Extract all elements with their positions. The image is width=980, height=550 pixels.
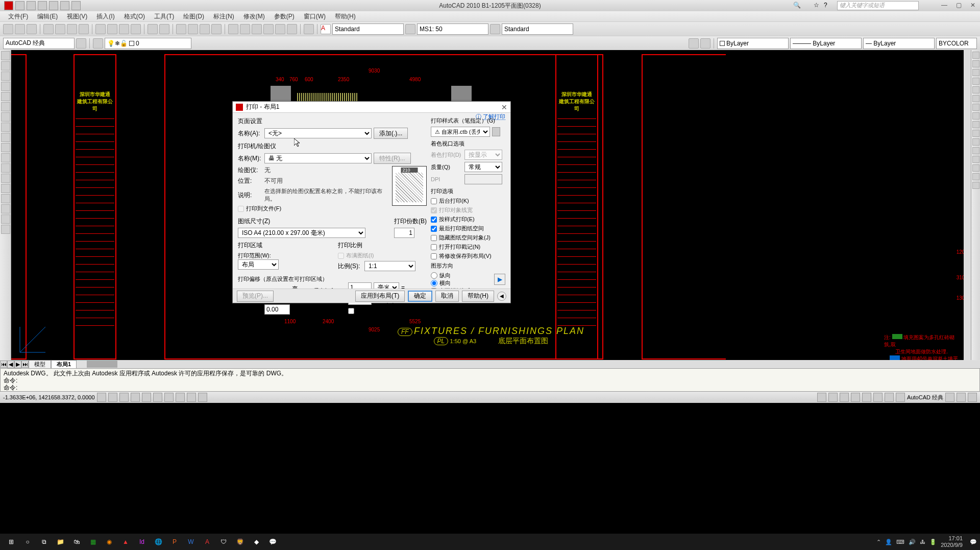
toolpalette-icon[interactable] <box>252 24 262 34</box>
designcenter-icon[interactable] <box>240 24 250 34</box>
menu-format[interactable]: 格式(O) <box>120 11 149 22</box>
tab-last-icon[interactable]: ⏭ <box>21 361 29 368</box>
extend-icon[interactable] <box>972 138 979 146</box>
tab-layout1[interactable]: 布局1 <box>51 360 77 369</box>
menu-view[interactable]: 视图(V) <box>63 11 91 22</box>
qp-icon[interactable] <box>198 393 207 402</box>
tab-next-icon[interactable]: ▶ <box>14 361 21 368</box>
tablestyle-icon[interactable] <box>490 24 500 34</box>
expand-button[interactable]: ◀ <box>497 292 506 301</box>
mtext-icon[interactable] <box>1 225 10 234</box>
plotstyle-combo[interactable]: BYCOLOR <box>936 38 977 49</box>
help-button[interactable]: 帮助(H) <box>462 291 494 302</box>
app1-icon[interactable]: ◆ <box>248 535 264 549</box>
portrait-radio[interactable] <box>431 272 437 279</box>
cut-icon[interactable] <box>95 24 106 34</box>
potplayer-icon[interactable]: ◉ <box>101 535 117 549</box>
close-button[interactable]: ✕ <box>966 1 980 11</box>
menu-file[interactable]: 文件(F) <box>4 11 32 22</box>
cortana-icon[interactable]: ○ <box>19 535 36 549</box>
start-icon[interactable]: ⊞ <box>3 535 19 549</box>
lwt-icon[interactable] <box>187 393 196 402</box>
scale-icon[interactable] <box>972 112 979 119</box>
stretch-icon[interactable] <box>972 121 979 128</box>
cmd-prompt[interactable]: 命令: <box>4 384 976 391</box>
zoom-icon[interactable] <box>862 393 871 402</box>
tray-ime-icon[interactable]: ⌨ <box>896 539 904 545</box>
trim-icon[interactable] <box>972 130 979 137</box>
opt-hide-check[interactable] <box>431 235 437 241</box>
point-icon[interactable] <box>1 174 10 183</box>
tray-people-icon[interactable]: 👤 <box>885 539 892 545</box>
wechat-icon[interactable]: 💬 <box>264 535 281 549</box>
acrobat-icon[interactable]: ▲ <box>117 535 134 549</box>
tray-clock[interactable]: 17:01 2020/9/9 <box>941 535 966 548</box>
erase-icon[interactable] <box>972 52 979 59</box>
chrome-icon[interactable]: 🌐 <box>150 535 166 549</box>
powerpoint-icon[interactable]: P <box>166 535 183 549</box>
printer-name-select[interactable]: 🖶 无 <box>264 153 372 163</box>
help-tb-icon[interactable] <box>304 24 314 34</box>
menu-draw[interactable]: 绘图(D) <box>179 11 208 22</box>
dialog-titlebar[interactable]: 打印 - 布局1 ✕ <box>233 102 510 113</box>
ok-button[interactable]: 确定 <box>408 291 432 302</box>
word-icon[interactable]: W <box>183 535 199 549</box>
quickview2-icon[interactable] <box>840 393 849 402</box>
tray-network-icon[interactable]: 🖧 <box>920 539 925 545</box>
3ddwf-icon[interactable] <box>79 24 89 34</box>
binoculars-icon[interactable]: 🔍 <box>793 2 801 10</box>
tray-battery-icon[interactable]: 🔋 <box>929 539 937 545</box>
pagesetup-name-select[interactable]: <无> <box>264 128 372 138</box>
cancel-button[interactable]: 取消 <box>435 291 459 302</box>
tab-prev-icon[interactable]: ◀ <box>7 361 14 368</box>
menu-window[interactable]: 窗口(W) <box>300 11 330 22</box>
save-icon[interactable] <box>27 24 37 34</box>
y-input[interactable] <box>264 304 290 315</box>
brave-icon[interactable]: 🦁 <box>232 535 248 549</box>
rectangle-icon[interactable] <box>1 92 10 101</box>
indesign-icon[interactable]: Id <box>134 535 150 549</box>
opt-save-check[interactable] <box>431 253 437 259</box>
ortho-icon[interactable] <box>119 393 129 402</box>
zoom-previous-icon[interactable] <box>211 24 222 34</box>
menu-dimension[interactable]: 标注(N) <box>209 11 238 22</box>
layeriso-icon[interactable] <box>700 38 710 49</box>
dialog-close-button[interactable]: ✕ <box>501 103 507 111</box>
canvas-vscroll[interactable] <box>964 50 971 361</box>
quickview-icon[interactable] <box>828 393 838 402</box>
block-icon[interactable] <box>1 163 10 173</box>
tray-volume-icon[interactable]: 🔊 <box>909 539 916 545</box>
modelspace-icon[interactable] <box>817 393 826 402</box>
offset-icon[interactable] <box>972 78 979 85</box>
tablestyle-combo[interactable]: Standard <box>502 23 573 35</box>
security-icon[interactable]: 🛡 <box>215 535 232 549</box>
styletable-select[interactable]: ⚠ 自家用.ctb (丢失) <box>431 127 490 137</box>
gradient-icon[interactable] <box>1 194 10 203</box>
zoom-window-icon[interactable] <box>200 24 210 34</box>
layer-combo[interactable]: 💡❄🔓 0 <box>105 38 191 49</box>
print-icon[interactable] <box>43 24 54 34</box>
qat-undo-icon[interactable] <box>49 1 58 10</box>
infocenter-search[interactable]: 键入关键字或短语 <box>837 1 919 10</box>
linetype-combo[interactable]: ——— ByLayer <box>790 38 862 49</box>
workspace-settings-icon[interactable] <box>76 38 86 49</box>
region-icon[interactable] <box>1 204 10 213</box>
color-combo[interactable]: ByLayer <box>717 38 789 49</box>
opt-paperspace-check[interactable] <box>431 226 437 232</box>
dimstyle-combo[interactable]: MS1: 50 <box>417 23 488 35</box>
scale-select[interactable]: 1:1 <box>364 261 415 271</box>
add-pagesetup-button[interactable]: 添加(.)... <box>374 128 408 139</box>
menu-help[interactable]: 帮助(H) <box>331 11 360 22</box>
osnap-icon[interactable] <box>142 393 151 402</box>
ellipse-icon[interactable] <box>1 143 10 152</box>
command-line[interactable]: Autodesk DWG。 此文件上次由 Autodesk 应用程序或 Auto… <box>0 368 980 392</box>
array-icon[interactable] <box>972 86 979 93</box>
otrack-icon[interactable] <box>153 393 162 402</box>
quality-select[interactable]: 常规 <box>464 162 502 172</box>
autocad-task-icon[interactable]: A <box>199 535 215 549</box>
join-icon[interactable] <box>972 156 979 163</box>
taskview-icon[interactable]: ⧉ <box>36 535 52 549</box>
copies-input[interactable] <box>394 228 414 238</box>
ellipsearc-icon[interactable] <box>1 153 10 162</box>
polygon-icon[interactable] <box>1 82 10 91</box>
